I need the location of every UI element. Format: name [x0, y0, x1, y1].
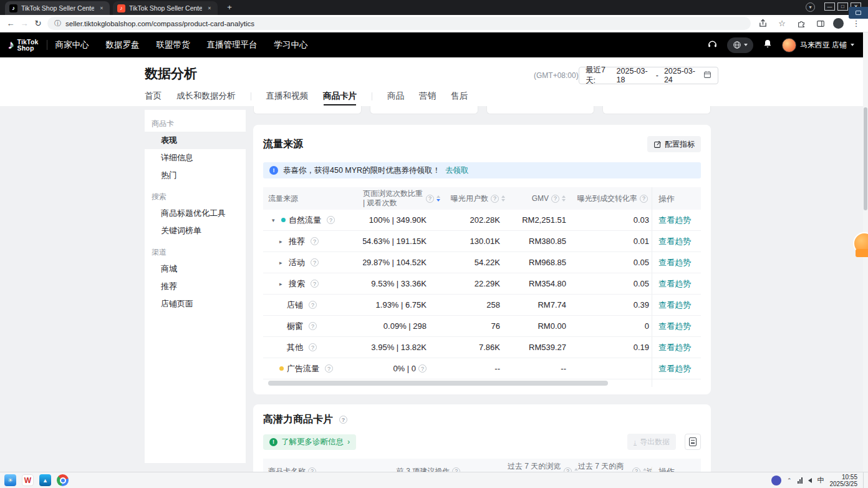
page-scrollbar-thumb[interactable] [864, 107, 867, 210]
sidebar-item-trending[interactable]: 热门 [145, 167, 246, 184]
browser-tab-2[interactable]: ♪ TikTok Shop Seller Center | Cr × [113, 1, 218, 15]
tiktok-shop-logo[interactable]: ♪ TikTok Shop [8, 38, 39, 52]
help-icon[interactable]: ? [339, 416, 347, 424]
help-icon[interactable]: ? [309, 322, 317, 330]
share-icon[interactable] [756, 17, 769, 31]
view-trend-link[interactable]: 查看趋势 [658, 236, 691, 247]
tray-app-icon[interactable] [771, 476, 781, 486]
headset-support-icon[interactable] [707, 39, 718, 52]
network-icon[interactable] [798, 477, 803, 484]
collapse-caret-icon[interactable]: ▾ [272, 217, 278, 223]
view-trend-link[interactable]: 查看趋势 [658, 215, 691, 226]
help-icon[interactable]: ? [308, 467, 316, 472]
help-icon[interactable]: ? [311, 280, 319, 288]
browser-tab-1[interactable]: ♪ TikTok Shop Seller Center | Cr × [5, 1, 110, 15]
horizontal-scrollbar-thumb[interactable] [268, 381, 608, 386]
weather-widget-icon[interactable]: ☀ [4, 474, 16, 486]
taskbar-clock[interactable]: 10:55 2025/3/25 [830, 474, 858, 487]
col-7day-viewers[interactable]: 过去 7 天的浏览人数 ? [488, 462, 578, 472]
sort-icon[interactable] [562, 195, 566, 202]
view-trend-link[interactable]: 查看趋势 [658, 300, 691, 311]
bookmark-star-icon[interactable]: ☆ [775, 17, 789, 31]
help-icon[interactable]: ? [452, 467, 460, 472]
volume-icon[interactable] [808, 478, 812, 483]
sidebar-item-performance[interactable]: 表现 [145, 132, 246, 149]
tab-search-icon[interactable]: ▾ [806, 2, 815, 12]
help-icon[interactable]: ? [311, 258, 319, 266]
sidebar-item-mall[interactable]: 商城 [145, 260, 246, 278]
sort-icon[interactable] [501, 195, 505, 202]
col-7day-impressions[interactable]: 过去 7 天的商品曝光量 ? [578, 462, 647, 472]
nav-item-learning-center[interactable]: 学习中心 [274, 39, 308, 51]
side-panel-icon[interactable] [814, 17, 827, 31]
help-icon[interactable]: ? [311, 237, 319, 245]
help-icon[interactable]: ? [632, 467, 640, 472]
view-trend-link[interactable]: 查看趋势 [658, 321, 691, 332]
site-info-icon[interactable]: ⓘ [54, 19, 61, 28]
account-menu[interactable]: 马来西亚 店铺 [782, 38, 854, 52]
customer-service-float[interactable] [849, 232, 868, 258]
ime-indicator[interactable]: 中 [817, 476, 824, 485]
back-icon[interactable]: ← [4, 17, 17, 31]
show-desktop-strip[interactable] [863, 472, 866, 488]
help-icon[interactable]: ? [640, 195, 648, 203]
tab-product-card[interactable]: 商品卡片 [323, 90, 357, 102]
expand-caret-icon[interactable]: ▸ [279, 260, 286, 266]
tab-aftersales[interactable]: 售后 [451, 90, 468, 102]
help-icon[interactable]: ? [327, 216, 335, 224]
photos-app-icon[interactable]: ▲ [39, 474, 51, 486]
help-icon[interactable]: ? [309, 301, 317, 309]
sidebar-item-title-optimizer[interactable]: 商品标题优化工具 [145, 205, 246, 222]
view-trend-link[interactable]: 查看趋势 [658, 257, 691, 268]
col-gmv[interactable]: GMV ? [506, 187, 572, 210]
address-bar[interactable]: ⓘ seller.tiktokglobalshop.com/compass/pr… [47, 17, 751, 30]
window-maximize-button[interactable]: □ [837, 2, 848, 11]
window-minimize-button[interactable]: — [824, 2, 835, 11]
sidebar-item-keyword-ranking[interactable]: 关键词榜单 [145, 222, 246, 240]
tab-marketing[interactable]: 营销 [419, 90, 436, 102]
extensions-icon[interactable] [794, 17, 808, 31]
expand-caret-icon[interactable]: ▸ [279, 238, 286, 245]
tab-live-video[interactable]: 直播和视频 [266, 90, 309, 102]
wps-app-icon[interactable]: W [22, 474, 34, 486]
help-icon[interactable]: ? [325, 364, 333, 373]
claim-coupon-link[interactable]: 去领取 [445, 165, 469, 176]
reload-icon[interactable]: ↻ [31, 17, 45, 31]
help-icon[interactable]: ? [426, 195, 434, 203]
view-trend-link[interactable]: 查看趋势 [658, 342, 691, 353]
date-range-picker[interactable]: 最近7天: 2025-03-18 - 2025-03-24 [579, 67, 718, 84]
help-icon[interactable]: ? [418, 364, 427, 373]
tab-growth-analytics[interactable]: 成长和数据分析 [176, 90, 236, 102]
report-doc-button[interactable] [685, 434, 701, 450]
view-trend-link[interactable]: 查看趋势 [658, 363, 691, 374]
notifications-bell-icon[interactable] [763, 39, 773, 51]
sidebar-item-details[interactable]: 详细信息 [145, 149, 246, 167]
sidebar-item-shop-page[interactable]: 店铺页面 [145, 295, 246, 313]
configure-metrics-button[interactable]: 配置指标 [647, 136, 701, 152]
forward-icon[interactable]: → [17, 17, 31, 31]
chrome-app-icon[interactable] [57, 474, 69, 486]
col-views-share[interactable]: 页面浏览次数比重 | 观看次数 ? [363, 187, 444, 210]
language-selector[interactable] [727, 37, 753, 53]
expand-caret-icon[interactable]: ▸ [279, 281, 286, 287]
view-trend-link[interactable]: 查看趋势 [658, 278, 691, 290]
sort-icon[interactable] [436, 195, 440, 202]
nav-item-data-compass[interactable]: 数据罗盘 [106, 39, 140, 51]
col-exposed-users[interactable]: 曝光用户数 ? [444, 187, 506, 210]
help-icon[interactable]: ? [551, 195, 559, 203]
tab-products[interactable]: 商品 [387, 90, 404, 102]
nav-item-live-platform[interactable]: 直播管理平台 [207, 39, 258, 51]
help-icon[interactable]: ? [309, 343, 317, 351]
diagnosis-info-link[interactable]: ! 了解更多诊断信息 › [263, 434, 356, 450]
help-icon[interactable]: ? [564, 467, 572, 472]
export-data-button[interactable]: ↓ 导出数据 [627, 434, 677, 450]
sidebar-item-recommend[interactable]: 推荐 [145, 278, 246, 295]
new-tab-button[interactable]: + [224, 2, 234, 12]
browser-profile-avatar[interactable] [833, 18, 844, 29]
help-icon[interactable]: ? [491, 195, 499, 203]
tray-expand-icon[interactable]: ⌃ [787, 477, 792, 484]
nav-item-seller-center[interactable]: 商家中心 [55, 39, 89, 51]
tab-close-icon[interactable]: × [98, 4, 105, 12]
nav-item-affiliate[interactable]: 联盟带货 [157, 39, 190, 51]
tab-close-icon[interactable]: × [206, 4, 213, 12]
